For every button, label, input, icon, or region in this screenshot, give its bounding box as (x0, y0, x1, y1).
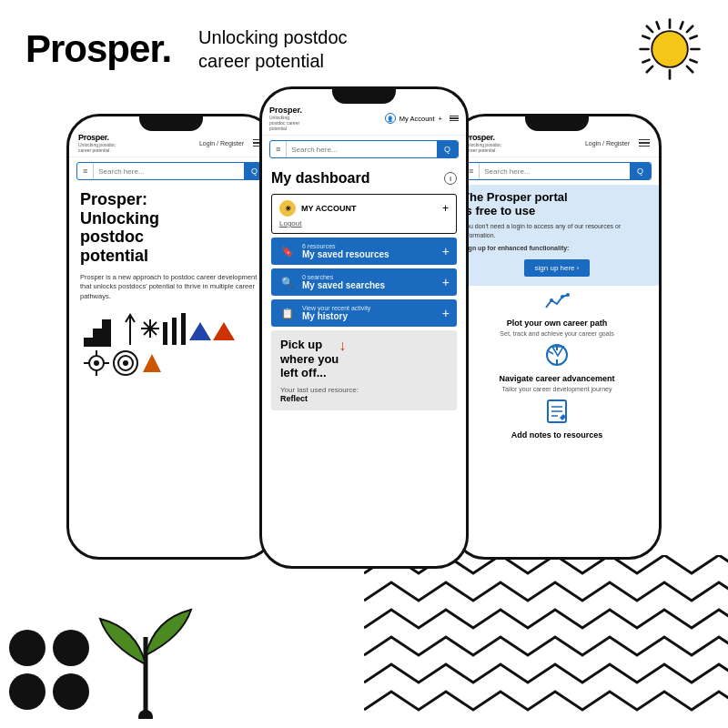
center-hamburger[interactable] (450, 115, 459, 123)
svg-rect-16 (93, 329, 102, 347)
right-brand: Prosper. (464, 133, 510, 142)
phones-container: Prosper. Unlocking postdoc career potent… (0, 86, 728, 614)
center-filter-icon[interactable]: ≡ (270, 141, 287, 157)
signup-button[interactable]: sign up here › (524, 259, 591, 277)
saved-searches-plus[interactable]: + (442, 275, 450, 289)
dashboard-title: My dashboard i (262, 163, 466, 190)
pickup-section: Pick up where you left off... ↓ Your las… (271, 330, 457, 410)
svg-point-29 (94, 360, 99, 366)
svg-point-38 (566, 293, 570, 297)
left-login-link[interactable]: Login / Register (199, 140, 244, 147)
left-tagline: Unlocking postdoc career potential (78, 142, 124, 153)
saved-resources-card[interactable]: 🔖 6 resources My saved resources + (271, 238, 457, 265)
plant-decoration (91, 582, 200, 719)
saved-resources-text: 6 resources My saved resources (302, 243, 437, 259)
svg-line-9 (691, 36, 697, 39)
svg-marker-37 (143, 354, 161, 372)
phone-right: Prosper. Unlocking postdoc career potent… (452, 114, 662, 560)
svg-point-14 (652, 31, 688, 67)
free-desc: You don't need a login to access any of … (462, 222, 652, 240)
left-illustrations (80, 310, 262, 376)
right-hero-title: The Prosper portal is free to use (462, 190, 652, 217)
navigate-title: Navigate career advancement (499, 374, 614, 383)
dots-grid (9, 630, 89, 710)
svg-point-36 (123, 360, 128, 366)
saved-searches-text: 0 searches My saved searches (302, 274, 437, 290)
dot-1 (9, 630, 46, 666)
saved-searches-title: My saved searches (302, 280, 437, 290)
phone-center: Prosper. Unlocking postdoc career potent… (259, 86, 469, 569)
left-hero: Prosper: Unlocking postdoc potential Pro… (69, 185, 273, 383)
center-tagline: Unlocking postdoc career potential (269, 115, 306, 131)
svg-marker-27 (213, 322, 235, 340)
saved-searches-card[interactable]: 🔍 0 searches My saved searches + (271, 268, 457, 296)
right-hamburger[interactable] (639, 139, 650, 147)
saved-resources-count: 6 resources (302, 243, 437, 249)
notch-left (139, 116, 203, 131)
notch-center (332, 89, 396, 104)
asterisk-icon (141, 319, 159, 338)
left-search-bar: ≡ Q (76, 162, 266, 180)
svg-line-44 (549, 351, 553, 354)
saved-searches-count: 0 searches (302, 274, 437, 280)
right-search-button[interactable]: Q (630, 163, 651, 179)
history-card[interactable]: 📋 View your recent activity My history + (271, 299, 457, 327)
right-tagline: Unlocking postdoc career potential (464, 142, 510, 153)
notes-icon (547, 399, 567, 428)
dashboard-info-icon[interactable]: i (444, 172, 457, 185)
orange-triangle-icon (142, 353, 162, 373)
sun-decoration (637, 16, 703, 82)
right-search-input[interactable] (480, 164, 630, 179)
svg-line-7 (647, 66, 652, 72)
saved-searches-icon: 🔍 (278, 273, 297, 291)
svg-rect-23 (163, 322, 167, 345)
svg-point-39 (550, 298, 553, 302)
svg-point-40 (561, 295, 564, 298)
center-search-input[interactable] (287, 142, 437, 157)
my-account-box: ☀ MY ACCOUNT + Logout (271, 194, 457, 234)
svg-marker-26 (189, 322, 211, 340)
history-activity-label: View your recent activity (302, 305, 437, 311)
svg-line-8 (681, 22, 683, 28)
center-account-area[interactable]: 👤 My Account + (385, 113, 459, 124)
bottom-decorations (0, 555, 728, 728)
page-header: Prosper. Unlocking postdoc career potent… (0, 0, 728, 91)
svg-rect-17 (102, 319, 111, 347)
saved-resources-plus[interactable]: + (442, 244, 450, 258)
feature-notes: Add notes to resources (455, 399, 659, 441)
dot-2 (53, 630, 89, 666)
triangles-icon (189, 318, 235, 340)
svg-line-11 (642, 36, 649, 39)
last-resource-label: Your last used resource: (280, 386, 448, 394)
dot-3 (9, 673, 46, 710)
target-icon (113, 350, 138, 376)
center-brand: Prosper. (269, 106, 306, 115)
staircase-icon (84, 310, 120, 347)
feature-navigate: Navigate career advancement Tailor your … (455, 343, 659, 393)
svg-line-13 (691, 60, 697, 63)
left-filter-icon[interactable]: ≡ (77, 163, 94, 179)
svg-line-12 (642, 60, 649, 63)
history-icon: 📋 (278, 304, 297, 322)
right-search-bar: ≡ Q (462, 162, 652, 180)
my-account-label: MY ACCOUNT (301, 204, 357, 213)
saved-resources-icon: 🔖 (278, 242, 297, 260)
history-plus[interactable]: + (442, 306, 450, 320)
svg-line-5 (687, 66, 693, 72)
brand-logo: Prosper. (25, 27, 171, 71)
center-account-icon: 👤 (385, 113, 396, 124)
history-title: My history (302, 311, 437, 321)
right-login-link[interactable]: Login / Register (585, 140, 630, 147)
down-arrow-icon: ↓ (339, 338, 346, 354)
center-search-button[interactable]: Q (437, 141, 458, 157)
signup-label: Sign up for enhanced functionality: (462, 244, 652, 253)
svg-rect-15 (84, 338, 93, 347)
left-search-input[interactable] (94, 164, 244, 179)
history-text: View your recent activity My history (302, 305, 437, 321)
svg-line-4 (647, 26, 652, 32)
navigate-desc: Tailor your career development journey (501, 385, 612, 393)
tagline: Unlocking postdoc career potential (198, 25, 347, 73)
dot-4 (53, 673, 89, 710)
account-plus-icon[interactable]: + (442, 202, 449, 215)
logout-button[interactable]: Logout (279, 219, 449, 228)
